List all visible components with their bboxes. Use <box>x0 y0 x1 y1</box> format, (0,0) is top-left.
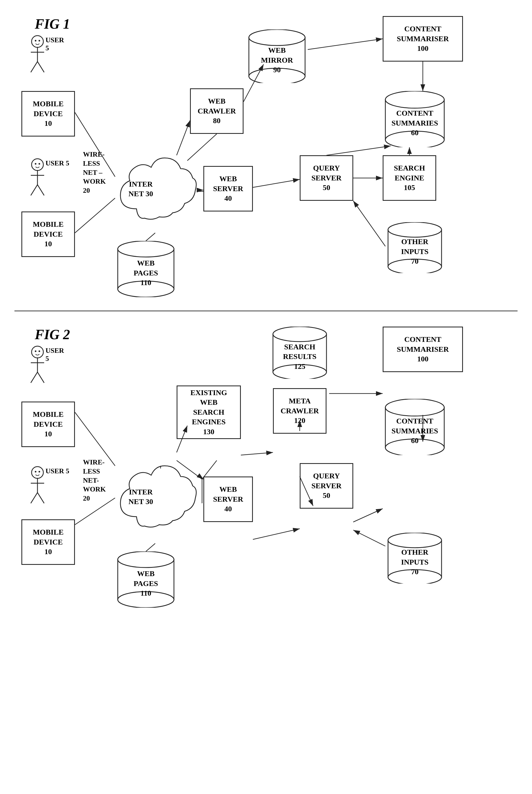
fig1-web-mirror: WEBMIRROR90 <box>246 30 308 83</box>
fig1-query-server: QUERYSERVER50 <box>300 155 353 201</box>
fig1-label: FIG 1 <box>35 16 70 32</box>
svg-point-1 <box>35 40 36 41</box>
svg-line-12 <box>31 185 37 195</box>
svg-line-29 <box>75 198 115 233</box>
fig2-content-summariser: CONTENTSUMMARISER100 <box>383 327 463 372</box>
svg-line-6 <box>37 61 44 72</box>
fig1-content-summariser: CONTENTSUMMARISER100 <box>383 16 463 61</box>
page: FIG 1 USER5 MOBILEDEVICE10 USER 5 MOBILE… <box>0 0 532 794</box>
svg-point-9 <box>39 163 40 165</box>
svg-line-41 <box>146 233 155 241</box>
svg-point-7 <box>32 159 43 171</box>
fig1-web-crawler: WEBCRAWLER80 <box>190 88 244 134</box>
fig2-arrows <box>0 310 532 794</box>
fig2-mobile-device-1: MOBILEDEVICE10 <box>21 401 75 447</box>
fig1-user2-person <box>30 158 45 197</box>
fig2-user1-label: USER5 <box>45 347 64 363</box>
fig2-user2-label: USER 5 <box>45 467 69 475</box>
svg-line-37 <box>326 146 391 155</box>
fig2-label: FIG 2 <box>35 327 70 342</box>
svg-line-73 <box>198 475 203 479</box>
fig2-internet-cloud: INTERNET 30 <box>115 458 198 541</box>
fig1-internet-cloud: INTERNET 30 <box>115 150 198 233</box>
fig2-user1-person <box>30 345 45 384</box>
fig1-search-engine: SEARCHENGINE105 <box>383 155 436 201</box>
fig2-existing-web-search-engines: EXISTINGWEBSEARCHENGINES130 <box>177 385 241 439</box>
fig2-user2-person <box>30 466 45 505</box>
svg-point-52 <box>39 471 40 472</box>
fig2-query-server: QUERYSERVER50 <box>300 463 353 509</box>
fig1-mobile-device-1: MOBILEDEVICE10 <box>21 91 75 136</box>
svg-point-0 <box>32 36 43 48</box>
fig1-web-pages: WEBPAGES110 <box>115 241 177 297</box>
fig1-user1-person <box>30 35 45 74</box>
fig1-web-server: WEBSERVER40 <box>203 166 253 211</box>
svg-line-79 <box>253 529 300 540</box>
svg-point-2 <box>39 40 40 41</box>
svg-line-34 <box>308 39 383 50</box>
fig2-meta-crawler: METACRAWLER120 <box>273 388 326 434</box>
fig1-wireless-network-label: WIRE-LESSNET –WORK20 <box>83 150 118 195</box>
svg-point-51 <box>35 471 36 472</box>
svg-point-43 <box>32 346 43 358</box>
svg-point-50 <box>32 467 43 478</box>
fig1-content-summaries: CONTENTSUMMARIES60 <box>383 91 447 147</box>
fig1-user2-label: USER 5 <box>45 159 69 167</box>
svg-line-48 <box>31 372 37 383</box>
svg-line-13 <box>37 185 44 195</box>
fig2-content-summaries: CONTENTSUMMARIES60 <box>383 399 447 455</box>
svg-point-44 <box>35 351 36 352</box>
svg-line-56 <box>37 493 44 503</box>
fig1-user1-label: USER5 <box>45 36 64 52</box>
divider <box>15 310 517 311</box>
svg-point-8 <box>35 163 36 165</box>
svg-line-40 <box>353 201 385 246</box>
fig2-mobile-device-2: MOBILEDEVICE10 <box>21 519 75 565</box>
fig1-other-inputs: OTHERINPUTS70 <box>385 222 444 273</box>
svg-line-82 <box>353 530 385 546</box>
svg-line-36 <box>253 179 300 187</box>
svg-point-45 <box>39 351 40 352</box>
svg-line-5 <box>31 61 37 72</box>
fig2-other-inputs: OTHERINPUTS70 <box>385 533 444 584</box>
svg-line-55 <box>31 493 37 503</box>
svg-line-49 <box>37 372 44 383</box>
fig2-wireless-network-label: WIRE-LESSNET-WORK20 <box>83 458 118 503</box>
svg-line-75 <box>241 452 273 455</box>
svg-line-80 <box>353 509 383 522</box>
fig2-web-pages: WEBPAGES110 <box>115 551 177 608</box>
fig2-web-server: WEBSERVER40 <box>203 476 253 522</box>
fig1-mobile-device-2: MOBILEDEVICE10 <box>21 211 75 257</box>
svg-line-83 <box>146 544 155 551</box>
fig2-search-results: SEARCHRESULTS125 <box>270 327 329 379</box>
